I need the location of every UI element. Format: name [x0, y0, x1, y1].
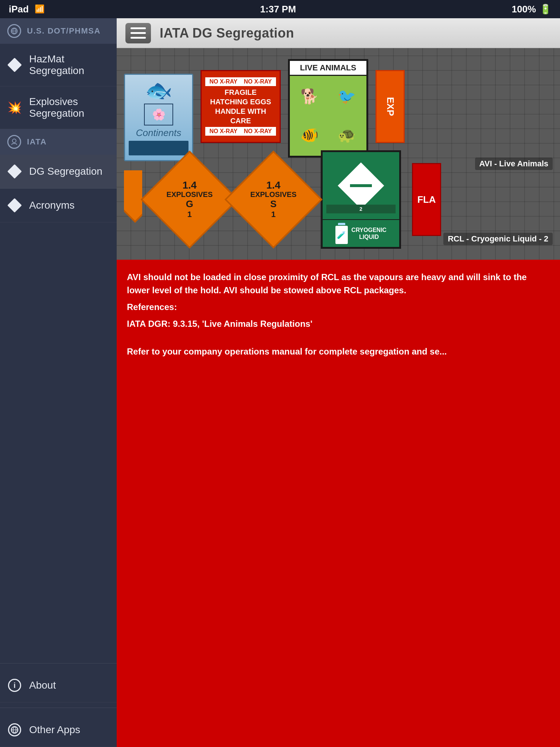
about-label: About [29, 680, 56, 691]
sidebar-item-acronyms[interactable]: Acronyms [0, 189, 117, 222]
fragile-text3: HANDLE WITH CARE [205, 107, 276, 125]
svg-point-2 [12, 139, 16, 143]
noxray-bar-top: NO X-RAY NO X-RAY [205, 77, 276, 86]
rcl-diamond-outer [338, 162, 384, 209]
menu-bar-1 [131, 27, 146, 29]
status-bar: iPad 📶 1:37 PM 100% 🔋 [0, 0, 560, 18]
diamond-icon-dg [7, 164, 22, 179]
rcl-bottle-container: 🧪 [335, 223, 348, 244]
status-left: iPad 📶 [9, 4, 44, 15]
usdot-section-label: U.S. DOT/PHMSA [27, 26, 101, 36]
sidebar-section-iata: IATA [0, 129, 117, 155]
rcl-dash [350, 184, 372, 187]
rcl-label: 2 🧪 CRYOGENICLIQUID [321, 150, 401, 249]
sidebar-item-explosives-seg[interactable]: 💥 Explosives Segregation [0, 86, 117, 129]
rcl-bottle-neck [338, 223, 345, 225]
scroll-content: 🐟 🌸 Continents NO X-RAY NO X-RAY FRAGILE… [117, 48, 560, 747]
status-time: 1:37 PM [260, 4, 296, 15]
wifi-icon: 📶 [35, 4, 44, 14]
partial-diamond-left [124, 170, 142, 229]
diamond-icon-hazmat [7, 58, 22, 72]
live-animals-grid: 🐕 🐦 🐠 🐢 [290, 76, 366, 156]
rcl-top: 2 [323, 152, 399, 219]
menu-bar-3 [131, 37, 146, 39]
exp-g-number: 1.4 [167, 180, 213, 190]
aquatic-caption-inner: Continents [136, 127, 181, 139]
globe-circle-icon [7, 723, 22, 737]
battery-icon: 🔋 [540, 4, 551, 15]
explosives-g-wrapper: 1.4 EXPLOSIVES G 1 [153, 163, 226, 236]
status-right: 100% 🔋 [512, 4, 552, 15]
explosives-s-diamond: 1.4 EXPLOSIVES S 1 [225, 151, 323, 249]
explosives-seg-label: Explosives Segregation [29, 96, 109, 119]
exp-g-sub: 1 [167, 210, 213, 219]
explosives-s-wrapper: 1.4 EXPLOSIVES S 1 [237, 163, 310, 236]
live-animals-header: LIVE ANIMALS [290, 61, 366, 76]
exp-g-text: EXPLOSIVES [167, 190, 213, 198]
sidebar-item-other-apps[interactable]: Other Apps [0, 713, 117, 747]
page-title: IATA DG Segregation [160, 26, 294, 41]
explosives-g-diamond: 1.4 EXPLOSIVES G 1 [141, 151, 239, 249]
fragile-text2: HATCHING EGGS [210, 97, 271, 107]
reference-text: IATA DGR: 9.3.15, 'Live Animals Regulati… [127, 317, 550, 330]
usdot-section-icon [7, 24, 21, 38]
rcl-text: CRYOGENICLIQUID [351, 227, 386, 240]
rcl-caption: RCL - Cryogenic Liquid - 2 [443, 233, 553, 245]
explosives-g-content: 1.4 EXPLOSIVES G 1 [167, 180, 213, 219]
other-apps-label: Other Apps [29, 724, 80, 736]
rcl-bottom: 🧪 CRYOGENICLIQUID [323, 219, 399, 247]
rcl-number-label: 2 [326, 205, 396, 213]
la-turtle: 🐢 [328, 116, 365, 155]
exp-g-class: G [167, 198, 213, 210]
starburst-icon: 💥 [7, 100, 22, 115]
menu-button[interactable] [125, 23, 151, 43]
rcl-bottle-body: 🧪 [335, 226, 348, 244]
main-layout: U.S. DOT/PHMSA HazMat Segregation 💥 Expl… [0, 18, 560, 747]
diamond-icon-acronyms [7, 198, 22, 213]
note-text: Refer to your company operations manual … [127, 345, 550, 358]
la-fish: 🐠 [291, 116, 328, 155]
fragile-label: NO X-RAY NO X-RAY FRAGILE HATCHING EGGS … [201, 70, 281, 143]
dg-seg-label: DG Segregation [29, 166, 102, 177]
sidebar-item-hazmat-seg[interactable]: HazMat Segregation [0, 44, 117, 86]
fragile-text1: FRAGILE [225, 88, 257, 97]
fla-text: FLA [417, 194, 436, 205]
device-label: iPad [9, 4, 29, 15]
sidebar-section-usdot: U.S. DOT/PHMSA [0, 18, 117, 44]
iata-section-label: IATA [27, 137, 47, 147]
sidebar-divider-2 [0, 708, 117, 708]
info-area: AVI should not be loaded in close proxim… [117, 260, 560, 514]
fla-partial-label: FLA [412, 163, 441, 236]
red-bottom-fill [117, 514, 560, 747]
top-nav-bar: IATA DG Segregation [117, 18, 560, 48]
exp-partial-label: EXP [376, 70, 405, 143]
hazmat-seg-label: HazMat Segregation [29, 53, 109, 77]
references-label: References: [127, 301, 550, 314]
exp-s-text: EXPLOSIVES [250, 190, 297, 198]
rcl-content: 2 [326, 156, 396, 216]
live-animals-label: LIVE ANIMALS 🐕 🐦 🐠 🐢 [288, 59, 368, 158]
exp-s-number: 1.4 [250, 180, 297, 190]
la-bird: 🐦 [328, 77, 365, 116]
exp-s-class: S [250, 198, 297, 210]
iata-section-icon [7, 135, 21, 149]
aquatic-fish-icon: 🐟 [145, 80, 172, 101]
aquatic-label: 🐟 🌸 Continents [124, 74, 193, 161]
sidebar-divider-1 [0, 663, 117, 663]
sidebar: U.S. DOT/PHMSA HazMat Segregation 💥 Expl… [0, 18, 117, 747]
exp-s-sub: 1 [250, 210, 297, 219]
acronyms-label: Acronyms [29, 200, 74, 211]
sidebar-item-about[interactable]: i About [0, 669, 117, 703]
explosives-s-content: 1.4 EXPLOSIVES S 1 [250, 180, 297, 219]
main-content: IATA DG Segregation 🐟 🌸 Continents [117, 18, 560, 747]
hazmat-grid: 🐟 🌸 Continents NO X-RAY NO X-RAY FRAGILE… [117, 48, 560, 260]
info-circle-icon: i [7, 678, 22, 693]
la-dog: 🐕 [291, 77, 328, 116]
rcl-bottle-icon: 🧪 [337, 231, 346, 239]
sidebar-item-dg-seg[interactable]: DG Segregation [0, 155, 117, 189]
noxray-bar-bottom: NO X-RAY NO X-RAY [205, 127, 276, 136]
info-main-text: AVI should not be loaded in close proxim… [127, 271, 550, 297]
menu-bar-2 [131, 32, 146, 34]
aquatic-box: 🌸 [144, 104, 173, 125]
exp-text: EXP [385, 97, 396, 116]
